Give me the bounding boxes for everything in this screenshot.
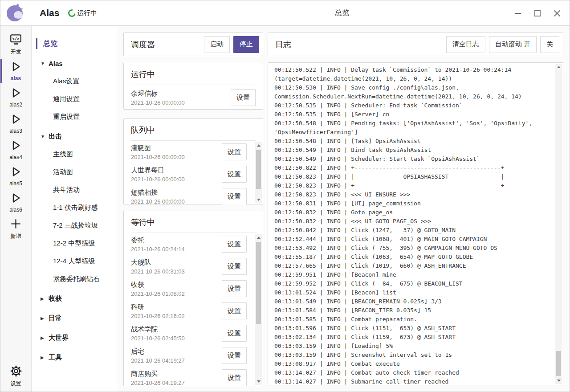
log-line: Commission.Scheduler.NextRun=datetime.da… xyxy=(274,92,552,101)
task-name: 科研 xyxy=(131,302,185,311)
rail-item-add[interactable]: 新增 xyxy=(0,216,32,242)
nav-item[interactable]: ▼ Alas xyxy=(32,54,117,72)
nav-item-label: 主线图 xyxy=(53,150,73,159)
scheduler-stop-button[interactable]: 停止 xyxy=(233,36,259,53)
rail-item-alas4[interactable]: alas4 xyxy=(0,137,32,163)
scrollbar-thumb[interactable] xyxy=(256,150,261,189)
nav-item[interactable]: 12-2 中型练级 xyxy=(32,234,117,252)
log-line: 00:12:53.492 | INFO | Click ( 755, 395) … xyxy=(274,244,552,253)
nav-item[interactable]: Alas设置 xyxy=(32,72,117,90)
nav-item[interactable]: 重启设置 xyxy=(32,108,117,126)
nav-item-label: 通用设置 xyxy=(53,95,80,103)
nav-item-label: 共斗活动 xyxy=(53,186,80,194)
scrollbar-thumb[interactable] xyxy=(256,242,261,324)
nav-item[interactable]: ▶ 日常 xyxy=(32,309,117,327)
scheduler-start-button[interactable]: 启动 xyxy=(204,36,230,53)
nav-arrow-icon: ▶ xyxy=(41,355,49,360)
waiting-scrollbar[interactable] xyxy=(255,234,262,385)
log-line: 00:12:50.535 | INFO | Scheduler: End tas… xyxy=(274,101,552,110)
nav-item[interactable]: 总览 xyxy=(32,35,117,53)
nav-item[interactable]: ▼ 出击 xyxy=(32,127,117,145)
play-icon xyxy=(10,166,22,180)
play-icon xyxy=(10,87,22,101)
waiting-task-list: 委托 2021-10-26 00:24:14 设置 大舰队 2021-10-26… xyxy=(124,233,263,386)
task-row: 战术学院 2021-10-26 02:45:50 设置 xyxy=(124,322,263,344)
nav-item[interactable]: 1-1 伏击刷好感 xyxy=(32,199,117,216)
task-row: 收获 2021-10-26 01:08:02 设置 xyxy=(124,278,263,300)
close-button[interactable] xyxy=(547,0,567,26)
log-line: 00:12:50.522 | INFO | Delay task `Commis… xyxy=(274,65,552,74)
log-line: 00:12:50.831 | INFO | [UI] page_commissi… xyxy=(274,199,552,208)
maximize-button[interactable] xyxy=(528,0,547,26)
code-icon: </> xyxy=(10,34,22,47)
task-settings-button[interactable]: 设置 xyxy=(222,236,247,253)
scroll-down-icon[interactable] xyxy=(555,377,562,384)
scroll-down-icon[interactable] xyxy=(255,378,262,385)
task-settings-button[interactable]: 设置 xyxy=(222,302,247,319)
log-panel: 00:12:50.522 | INFO | Delay task `Commis… xyxy=(268,62,563,385)
task-settings-button[interactable]: 设置 xyxy=(222,188,247,204)
scrollbar-thumb[interactable] xyxy=(556,351,561,376)
task-settings-button[interactable]: 设置 xyxy=(222,347,247,364)
main-content: 调度器 启动 停止 运行中 余烬信标 2021-10-26 00:00:00 xyxy=(117,26,570,392)
scroll-down-icon[interactable] xyxy=(255,196,262,203)
nav-item[interactable]: ▶ 工具 xyxy=(32,348,117,366)
log-line: 00:12:50.823 | INFO | | OPSIASHASSIST | xyxy=(274,172,552,181)
log-line: 00:12:50.549 | INFO | Bind task OpsiAshA… xyxy=(274,146,552,155)
scroll-up-icon[interactable] xyxy=(255,234,262,241)
nav-item[interactable]: ▶ 大世界 xyxy=(32,329,117,347)
running-spinner-icon xyxy=(67,8,77,18)
task-settings-button[interactable]: 设置 xyxy=(222,325,247,342)
scheduler-panel: 调度器 启动 停止 xyxy=(123,33,263,56)
task-settings-button[interactable]: 设置 xyxy=(222,143,247,160)
nav-item-label: 7-2 三战捡垃圾 xyxy=(53,221,98,230)
log-line: 00:13:03.159 | INFO | [Loading] 5% xyxy=(274,342,552,351)
rail-item-label: alas xyxy=(11,75,21,82)
scheduler-status-text: 运行中 xyxy=(77,9,97,17)
log-scrollbar[interactable] xyxy=(555,64,562,384)
rail-item-alas[interactable]: alas xyxy=(0,58,32,84)
queued-title: 队列中 xyxy=(124,119,263,140)
nav-item[interactable]: 通用设置 xyxy=(32,90,117,108)
nav-item[interactable]: 紧急委托刷钻石 xyxy=(32,270,117,288)
log-line: 00:12:50.549 | INFO | Scheduler: Start t… xyxy=(274,155,552,163)
log-line: 00:13:14.027 | INFO | Submarine call tim… xyxy=(274,377,552,385)
autoscroll-on-button[interactable]: 自动滚动 开 xyxy=(489,36,537,53)
log-line: 00:13:01.585 | INFO | Combat preparation… xyxy=(274,315,552,324)
autoscroll-off-button[interactable]: 关 xyxy=(540,36,559,53)
rail-item-alas5[interactable]: alas5 xyxy=(0,163,32,189)
task-settings-button[interactable]: 设置 xyxy=(222,369,247,386)
nav-item[interactable]: 主线图 xyxy=(32,145,117,163)
close-icon xyxy=(554,10,561,17)
scroll-up-icon[interactable] xyxy=(555,64,562,70)
rail-item-alas6[interactable]: alas6 xyxy=(0,189,32,216)
nav-item[interactable]: ▶ 收获 xyxy=(32,290,117,307)
running-title: 运行中 xyxy=(124,63,263,85)
task-name: 委托 xyxy=(131,235,185,245)
nav-item[interactable]: 12-4 大型练级 xyxy=(32,252,117,270)
task-name: 大世界每日 xyxy=(131,165,185,175)
rail-item-settings[interactable]: 设置 xyxy=(0,362,32,388)
nav-item-label: 日常 xyxy=(49,314,62,323)
nav-item-label: Alas xyxy=(49,60,63,67)
rail-item-alas2[interactable]: alas2 xyxy=(0,84,32,110)
task-settings-button[interactable]: 设置 xyxy=(231,89,256,106)
task-settings-button[interactable]: 设置 xyxy=(222,258,247,275)
minimize-button[interactable] xyxy=(508,0,528,26)
task-name: 收获 xyxy=(131,280,185,289)
queued-scrollbar[interactable] xyxy=(255,142,262,203)
scroll-up-icon[interactable] xyxy=(255,142,262,149)
rail-item-dev[interactable]: </> 开发 xyxy=(0,32,32,58)
rail-item-alas3[interactable]: alas3 xyxy=(0,110,32,137)
task-next-run-time: 2021-10-26 04:19:27 xyxy=(131,379,185,387)
nav-item[interactable]: 活动图 xyxy=(32,163,117,181)
nav-item[interactable]: 7-2 三战捡垃圾 xyxy=(32,216,117,234)
task-settings-button[interactable]: 设置 xyxy=(222,166,247,183)
task-name: 商店购买 xyxy=(131,369,185,378)
window-controls xyxy=(508,0,567,26)
nav-item[interactable]: 共斗活动 xyxy=(32,181,117,199)
task-settings-button[interactable]: 设置 xyxy=(222,280,247,297)
nav-item-label: 活动图 xyxy=(53,168,73,176)
plus-icon xyxy=(10,218,22,232)
clear-log-button[interactable]: 清空日志 xyxy=(446,36,485,53)
